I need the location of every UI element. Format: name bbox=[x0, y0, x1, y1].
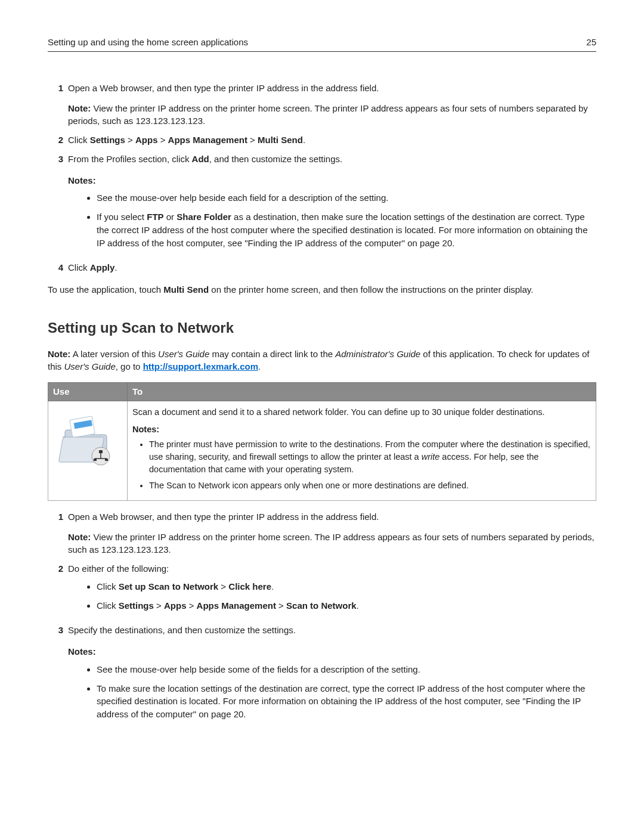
step-number: 2 bbox=[48, 134, 68, 147]
steps-list-1: 1 Open a Web browser, and then type the … bbox=[48, 82, 596, 274]
step-number: 3 bbox=[48, 153, 68, 256]
step-text: Click bbox=[68, 135, 90, 145]
notes-label: Notes: bbox=[68, 174, 596, 187]
ui-label: Multi Send bbox=[163, 284, 209, 295]
table-header-use: Use bbox=[48, 383, 128, 401]
bullet-item: See the mouse-over help beside some of t… bbox=[97, 663, 596, 676]
svg-rect-6 bbox=[94, 459, 97, 461]
step-number: 3 bbox=[48, 624, 68, 727]
steps-list-2: 1 Open a Web browser, and then type the … bbox=[48, 510, 596, 727]
step-number: 2 bbox=[48, 562, 68, 618]
menu-path: Multi Send bbox=[258, 135, 303, 145]
menu-path: Settings bbox=[90, 135, 125, 145]
notes-bullets: See the mouse-over help beside each fiel… bbox=[68, 191, 596, 249]
ui-label: Add bbox=[192, 154, 209, 164]
step-note: Note: View the printer IP address on the… bbox=[68, 102, 596, 128]
step-text: Do either of the following: bbox=[68, 563, 169, 574]
step-text: Specify the destinations, and then custo… bbox=[68, 625, 296, 635]
bullet-item: Click Set up Scan to Network > Click her… bbox=[97, 580, 596, 593]
note-label: Note: bbox=[68, 532, 91, 542]
bullet-item: Click Settings > Apps > Apps Management … bbox=[97, 599, 596, 612]
feature-table: Use To Scan a document and bbox=[48, 382, 596, 501]
page-header: Setting up and using the home screen app… bbox=[48, 36, 596, 52]
step-number: 1 bbox=[48, 510, 68, 556]
section-note: Note: A later version of this User's Gui… bbox=[48, 348, 596, 374]
notes-label: Notes: bbox=[132, 423, 591, 436]
step-note: Note: View the printer IP address on the… bbox=[68, 531, 596, 557]
scan-to-network-icon bbox=[58, 410, 117, 470]
table-header-to: To bbox=[128, 383, 596, 401]
svg-rect-3 bbox=[99, 450, 103, 453]
note-label: Note: bbox=[48, 349, 70, 359]
support-link[interactable]: http://support.lexmark.com bbox=[143, 361, 258, 371]
menu-path: Apps bbox=[135, 135, 158, 145]
bullet-item: The Scan to Network icon appears only wh… bbox=[149, 479, 591, 492]
step-text: From the Profiles section, click bbox=[68, 154, 192, 164]
note-label: Note: bbox=[68, 103, 91, 113]
bullet-item: See the mouse-over help beside each fiel… bbox=[97, 191, 596, 205]
ui-label: FTP bbox=[147, 212, 163, 222]
note-text: View the printer IP address on the print… bbox=[68, 103, 588, 126]
paragraph: To use the application, touch Multi Send… bbox=[48, 283, 596, 296]
step-number: 4 bbox=[48, 261, 68, 274]
bullet-item: If you select FTP or Share Folder as a d… bbox=[97, 210, 596, 249]
header-page-number: 25 bbox=[586, 36, 596, 49]
table-description-cell: Scan a document and send it to a shared … bbox=[128, 401, 596, 500]
header-title: Setting up and using the home screen app… bbox=[48, 36, 248, 49]
step-text: Open a Web browser, and then type the pr… bbox=[68, 83, 379, 93]
menu-path: Apps Management bbox=[168, 135, 247, 145]
bullet-item: To make sure the location settings of th… bbox=[97, 682, 596, 721]
options-bullets: Click Set up Scan to Network > Click her… bbox=[68, 580, 596, 612]
notes-label: Notes: bbox=[68, 645, 596, 658]
notes-bullets: See the mouse-over help beside some of t… bbox=[68, 663, 596, 721]
table-notes-bullets: The printer must have permission to writ… bbox=[132, 438, 591, 492]
ui-label: Apply bbox=[90, 262, 115, 272]
step-text: Open a Web browser, and then type the pr… bbox=[68, 512, 379, 522]
section-heading: Setting up Scan to Network bbox=[48, 318, 596, 339]
bullet-item: The printer must have permission to writ… bbox=[149, 438, 591, 476]
svg-rect-7 bbox=[105, 459, 108, 461]
step-number: 1 bbox=[48, 82, 68, 128]
table-description: Scan a document and send it to a shared … bbox=[132, 406, 591, 419]
ui-label: Share Folder bbox=[177, 212, 231, 222]
table-icon-cell bbox=[48, 401, 128, 500]
